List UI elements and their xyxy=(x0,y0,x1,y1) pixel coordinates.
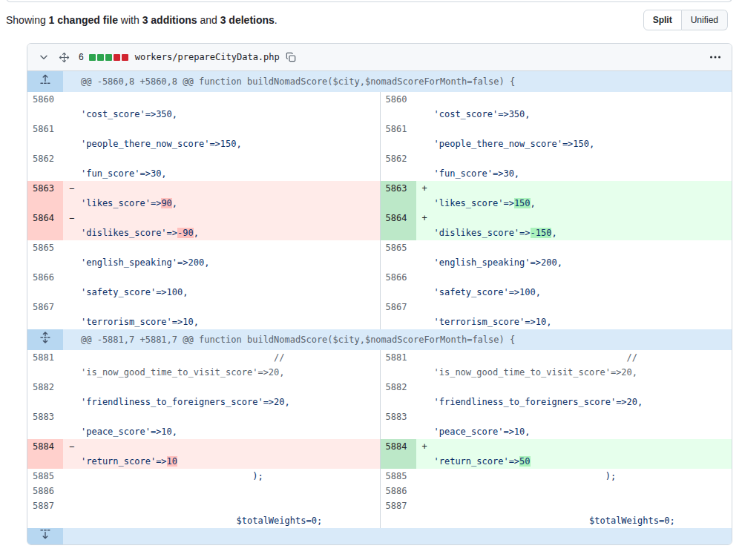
code-cell: //'is_now_good_time_to_visit_score'=>20, xyxy=(63,350,380,380)
copy-icon[interactable] xyxy=(286,52,296,62)
code-cell: 'peace_score'=>10, xyxy=(416,409,732,439)
diff-marker: − xyxy=(69,181,74,196)
code-line: 'cost_score'=>350, xyxy=(63,107,380,122)
diff-side-left: 5887 $totalWeights=0; xyxy=(27,498,380,528)
unified-view-button[interactable]: Unified xyxy=(682,10,728,30)
code-text: , xyxy=(194,228,199,238)
code-line xyxy=(416,270,732,285)
line-number[interactable]: 5863 xyxy=(27,181,63,211)
line-number[interactable]: 5884 xyxy=(381,439,416,469)
line-number[interactable]: 5882 xyxy=(381,380,416,409)
kebab-icon[interactable] xyxy=(709,51,721,63)
code-cell: 'friendliness_to_foreigners_score'=>20, xyxy=(416,380,732,409)
line-number[interactable]: 5883 xyxy=(27,409,63,439)
code-line: 'likes_score'=>150, xyxy=(416,196,732,211)
code-line: 'is_now_good_time_to_visit_score'=>20, xyxy=(63,365,380,380)
code-cell: −'likes_score'=>90, xyxy=(63,181,380,211)
diffstat-add-square xyxy=(97,54,104,61)
line-number[interactable]: 5886 xyxy=(381,484,416,498)
code-text: 'terrorism_score'=>10, xyxy=(434,317,552,327)
line-number[interactable]: 5886 xyxy=(27,484,63,498)
code-line: + xyxy=(416,211,732,225)
line-number[interactable]: 5887 xyxy=(381,498,416,528)
line-number[interactable]: 5866 xyxy=(27,270,63,300)
line-number[interactable]: 5860 xyxy=(381,92,416,122)
diff-side-left: 5861'people_there_now_score'=>150, xyxy=(27,122,380,151)
split-view-button[interactable]: Split xyxy=(643,10,682,30)
code-line xyxy=(416,122,732,136)
diff-table: @@ -5860,8 +5860,8 @@ function buildNoma… xyxy=(27,71,732,544)
line-number[interactable]: 5881 xyxy=(27,350,63,380)
code-line xyxy=(416,240,732,255)
line-number[interactable]: 5887 xyxy=(27,498,63,528)
code-line xyxy=(416,300,732,314)
line-number[interactable]: 5866 xyxy=(381,270,416,300)
diff-side-left: 5863−'likes_score'=>90, xyxy=(27,181,380,211)
code-cell xyxy=(416,484,732,498)
diff-side-right: 5883'peace_score'=>10, xyxy=(380,409,732,439)
diffstat-squares xyxy=(89,54,128,61)
code-line: − xyxy=(63,181,380,196)
code-line: 'terrorism_score'=>10, xyxy=(416,314,732,329)
code-text: 'peace_score'=>10, xyxy=(81,426,177,437)
expand-hunk-button[interactable] xyxy=(27,71,63,92)
line-number[interactable]: 5881 xyxy=(381,350,416,380)
diff-side-left: 5864−'dislikes_score'=>-90, xyxy=(27,211,380,240)
code-line xyxy=(63,409,380,424)
line-number[interactable]: 5863 xyxy=(381,181,416,211)
code-text: 'peace_score'=>10, xyxy=(434,426,531,437)
summary-stat: 3 additions xyxy=(142,14,197,26)
line-number[interactable]: 5865 xyxy=(381,240,416,270)
code-text: 10 xyxy=(167,456,177,467)
line-number[interactable]: 5884 xyxy=(27,439,63,469)
line-number[interactable]: 5867 xyxy=(381,300,416,329)
chevron-down-icon[interactable] xyxy=(38,51,50,63)
diff-side-right: 5881 //'is_now_good_time_to_visit_score'… xyxy=(380,350,732,380)
line-number[interactable]: 5861 xyxy=(381,122,416,151)
diff-row: 5865'english_speaking'=>200,5865'english… xyxy=(27,240,732,270)
diff-row: 5862'fun_score'=>30,5862'fun_score'=>30, xyxy=(27,151,732,181)
line-number[interactable]: 5862 xyxy=(381,151,416,181)
code-text: 'english_speaking'=>200, xyxy=(434,257,562,268)
expand-up-icon xyxy=(39,73,51,90)
code-line: 'return_score'=>50 xyxy=(416,454,732,469)
code-text: 'people_there_now_score'=>150, xyxy=(434,139,595,149)
diff-side-right: 5867'terrorism_score'=>10, xyxy=(380,300,732,329)
code-line: 'safety_score'=>100, xyxy=(416,285,732,300)
diff-side-right: 5863+'likes_score'=>150, xyxy=(380,181,732,211)
code-cell: −'dislikes_score'=>-90, xyxy=(63,211,380,240)
footer-spacer xyxy=(63,528,732,544)
line-number[interactable]: 5883 xyxy=(381,409,416,439)
diff-side-left: 5882'friendliness_to_foreigners_score'=>… xyxy=(27,380,380,409)
diffstat-del-square xyxy=(122,54,128,61)
expand-hunk-button[interactable] xyxy=(27,329,63,350)
diff-marker: − xyxy=(69,439,74,454)
diffstat-del-square xyxy=(114,54,120,61)
diff-row: 5867'terrorism_score'=>10,5867'terrorism… xyxy=(27,300,732,329)
line-number[interactable]: 5864 xyxy=(27,211,63,240)
code-line: 'peace_score'=>10, xyxy=(416,424,732,439)
code-cell: 'english_speaking'=>200, xyxy=(63,240,380,270)
code-text: ); xyxy=(81,471,263,481)
line-number[interactable]: 5865 xyxy=(27,240,63,270)
code-text: 'likes_score'=> xyxy=(81,198,161,208)
file-diff-panel: 6 workers/prepareCityData.php @@ -5860,8… xyxy=(27,43,732,545)
diff-side-left: 5885 ); xyxy=(27,469,380,484)
line-number[interactable]: 5862 xyxy=(27,151,63,181)
line-number[interactable]: 5861 xyxy=(27,122,63,151)
line-number[interactable]: 5867 xyxy=(27,300,63,329)
code-line xyxy=(416,380,732,395)
code-line: $totalWeights=0; xyxy=(416,513,732,528)
expand-footer-button[interactable] xyxy=(27,528,63,544)
file-name-link[interactable]: workers/prepareCityData.php xyxy=(135,52,280,62)
line-number[interactable]: 5885 xyxy=(27,469,63,484)
line-number[interactable]: 5885 xyxy=(381,469,416,484)
code-cell: $totalWeights=0; xyxy=(63,498,380,528)
code-text: , xyxy=(531,198,536,208)
code-line: 'likes_score'=>90, xyxy=(63,196,380,211)
code-line xyxy=(63,92,380,107)
line-number[interactable]: 5860 xyxy=(27,92,63,122)
line-number[interactable]: 5864 xyxy=(381,211,416,240)
line-number[interactable]: 5882 xyxy=(27,380,63,409)
code-cell: 'cost_score'=>350, xyxy=(63,92,380,122)
